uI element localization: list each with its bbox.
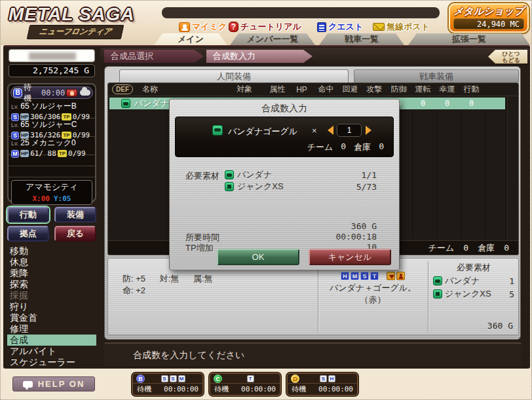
menu-item-parttime[interactable]: アルバイト: [7, 346, 96, 357]
menu-item-scheduler[interactable]: スケジューラー: [7, 357, 96, 368]
member-level: 25: [20, 138, 29, 147]
menu-item-explore[interactable]: 探索: [7, 279, 96, 290]
menu-item-rest[interactable]: 休息: [7, 257, 96, 268]
menu-item-hunt[interactable]: 狩り: [7, 301, 96, 312]
nav-mymiku-button[interactable]: マイミク: [179, 21, 227, 33]
nav-wireless-post-button[interactable]: 無線ポスト: [373, 21, 430, 33]
column-evade: 回避: [338, 84, 362, 95]
tab-human-equipment[interactable]: 人間装備: [119, 69, 349, 82]
decrease-quantity-arrow[interactable]: [328, 126, 333, 135]
metal-shop-button[interactable]: メタルショップ 24,940 MC: [449, 3, 529, 33]
menu-item-board[interactable]: 乗降: [7, 268, 96, 279]
team-c-circle-badge: C: [214, 374, 222, 383]
location-name: アマモシティ: [12, 181, 92, 193]
alert-face-icon[interactable]: [66, 89, 77, 97]
tab-member-list[interactable]: メンバー一覧: [230, 33, 315, 45]
column-attribute: 属性: [265, 84, 290, 95]
party-member-row[interactable]: Lv. 65 ソルジャーB S HP 306/306 TP 0/99: [9, 100, 95, 118]
menu-item-bounty[interactable]: 賞金首: [7, 312, 96, 323]
breadcrumb-select-item[interactable]: 合成品選択: [104, 50, 204, 63]
action-button[interactable]: 行動: [7, 207, 49, 223]
material-name: バンダナ: [237, 169, 272, 181]
tp-label: TP増加: [185, 242, 214, 254]
material-qty: 5: [509, 289, 514, 299]
cloud-icon[interactable]: [80, 90, 90, 96]
nav-label: 無線ポスト: [387, 21, 430, 33]
member-level: 65: [20, 101, 29, 111]
lv-label: Lv.: [11, 140, 18, 147]
team-count: 0: [341, 141, 346, 153]
slot-status: 待機: [292, 384, 306, 394]
class-letter-badge: M: [178, 375, 185, 382]
party-timer: 00:00: [41, 88, 65, 98]
party-panel: B 待機 00:00 Lv. 65 ソルジャーB S HP 306/306 TP…: [7, 83, 96, 202]
team-b-circle-badge: B: [136, 374, 145, 383]
mail-icon: [373, 23, 385, 31]
menu-item-move[interactable]: 移動: [7, 245, 96, 257]
increase-quantity-arrow[interactable]: [366, 126, 371, 135]
stat-target: 対:無: [160, 274, 180, 283]
storage-label: 倉庫: [478, 242, 495, 254]
help-toggle-button[interactable]: HELP ON: [12, 376, 95, 391]
base-button[interactable]: 拠点: [7, 226, 49, 242]
tab-expansion-list[interactable]: 拡張一覧: [408, 33, 530, 45]
table-scrollbar[interactable]: [506, 96, 508, 240]
menu-item-repair[interactable]: 修理: [7, 323, 96, 335]
back-button[interactable]: 戻る: [54, 226, 96, 242]
slot-t-badge: T: [370, 272, 379, 280]
column-divider: [412, 111, 413, 239]
cancel-button[interactable]: キャンセル: [309, 249, 391, 265]
dialog-item-name: バンダナゴーグル: [228, 126, 297, 137]
status-message-bar: 合成数を入力してください: [104, 342, 522, 366]
location-plate: アマモシティ X:00Y:05: [11, 180, 92, 205]
synthesis-cost: 360 G: [487, 321, 513, 331]
bandana-item-icon: [225, 170, 234, 179]
equip-button[interactable]: 装備: [54, 207, 96, 223]
material-row: バンダナ 1: [428, 274, 520, 287]
time-value: 00:00:18: [335, 232, 377, 242]
team-slot-c[interactable]: C T 待機 00:00:00: [209, 373, 281, 396]
chat-status-bar: [162, 7, 440, 18]
tab-main[interactable]: メイン: [154, 33, 227, 45]
team-slot-b[interactable]: B S S M 待機 00:00:00: [132, 373, 204, 396]
column-divider: [485, 111, 485, 239]
header-band: METAL SAGA ニューフロンティア マイミク チュートリアル クエスト 無…: [1, 1, 532, 45]
nav-quest-button[interactable]: クエスト: [317, 21, 363, 33]
slot-s-badge: S: [360, 272, 369, 280]
synthesis-cost: 360 G: [351, 221, 377, 231]
column-divider: [461, 111, 461, 239]
bandana-item-icon: [433, 276, 442, 285]
mc-balance: 24,940 MC: [453, 18, 524, 29]
tab-tank-equipment[interactable]: 戦車装備: [354, 69, 519, 82]
member-level: 65: [20, 120, 29, 129]
nav-tutorial-button[interactable]: チュートリアル: [229, 21, 301, 33]
bandana-item-icon: [121, 99, 130, 108]
coordinate-y: Y:05: [54, 194, 71, 203]
breadcrumb-bar: 合成品選択 合成数入力 ひとつ もどる: [100, 48, 530, 65]
party-member-row[interactable]: Lv. 65 ソルジャーC S HP 316/326 TP 0/99: [9, 118, 95, 137]
ok-button[interactable]: OK: [217, 249, 299, 265]
member-name: メカニック0: [31, 137, 76, 149]
lv-label: Lv.: [11, 103, 18, 110]
dialog-stock-counts: チーム 0 倉庫 0: [307, 141, 384, 153]
team-slot-d[interactable]: D S H 待機 00:00:00: [286, 373, 358, 396]
breadcrumb-quantity-input[interactable]: 合成数入力: [206, 50, 313, 63]
material-qty: 1: [509, 276, 514, 286]
menu-item-synthesis[interactable]: 合成: [7, 335, 96, 346]
party-member-row[interactable]: Lv. 25 メカニック0 M HP 61/ 88 TP 0/99: [9, 137, 95, 155]
action-menu: 移動 休息 乗降 探索 採掘 狩り 賞金首 修理 合成 アルバイト スケジューラ…: [7, 245, 96, 368]
quantity-value[interactable]: 1: [337, 124, 362, 137]
column-name: 名称: [142, 84, 158, 95]
column-attack: 攻撃: [362, 84, 387, 95]
required-materials-panel: 必要素材 バンダナ 1 ジャンクXS 5 360 G: [428, 259, 520, 335]
quest-list-icon: [317, 22, 326, 32]
app-window: METAL SAGA ニューフロンティア マイミク チュートリアル クエスト 無…: [0, 0, 532, 400]
class-letter-badge: T: [247, 375, 254, 382]
go-back-one-button[interactable]: ひとつ もどる: [488, 50, 527, 64]
equip-flag-icon-1: [387, 272, 395, 280]
tab-tank-list[interactable]: 戦車一覧: [319, 33, 404, 45]
logo-title: METAL SAGA: [9, 4, 153, 25]
team-count: 0: [463, 243, 468, 253]
column-defense: 防御: [387, 84, 411, 95]
slot-timer: 00:00:00: [318, 385, 353, 393]
